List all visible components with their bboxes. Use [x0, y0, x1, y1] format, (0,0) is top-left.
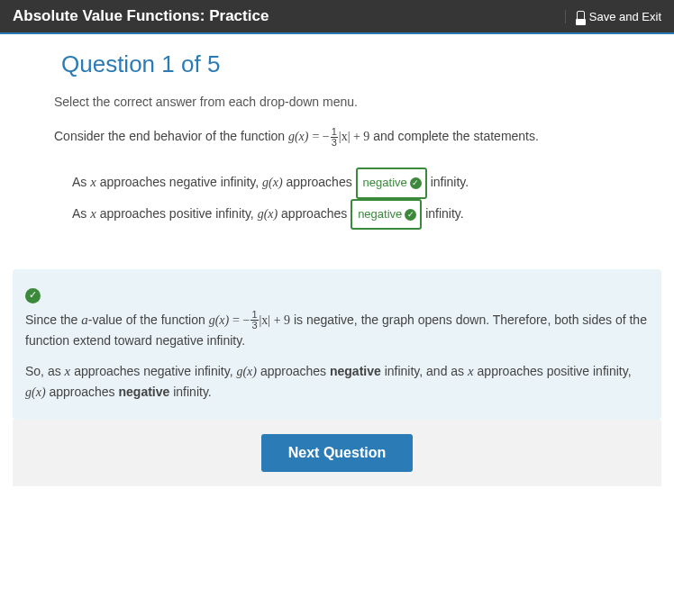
function-gx: g(x)	[258, 207, 278, 221]
prompt-post: and complete the statements.	[373, 129, 539, 143]
button-bar: Next Question	[13, 420, 661, 486]
var-x: x	[90, 206, 96, 221]
feedback-conclusion: So, as x approaches negative infinity, g…	[25, 360, 649, 403]
check-icon: ✓	[405, 209, 416, 221]
dropdown-1-value: negative	[363, 170, 407, 196]
instruction-text: Select the correct answer from each drop…	[54, 95, 620, 109]
answer-line-2: As x approaches positive infinity, g(x) …	[72, 199, 620, 231]
question-number: Question 1 of 5	[61, 50, 620, 78]
negative-bold: negative	[330, 364, 381, 378]
fraction-one-third: 13	[250, 310, 258, 331]
var-x: x	[90, 175, 96, 189]
dropdown-1[interactable]: negative ✓	[356, 168, 427, 199]
save-exit-label: Save and Exit	[589, 10, 661, 23]
function-gx: g(x)	[209, 313, 230, 327]
abs-x: |x|	[339, 130, 351, 143]
negative-sign: −	[323, 130, 330, 143]
question-content: Question 1 of 5 Select the correct answe…	[0, 34, 674, 248]
correct-check-icon: ✓	[25, 288, 41, 303]
answers-block: As x approaches negative infinity, g(x) …	[72, 168, 620, 230]
equals-sign: =	[312, 130, 322, 143]
next-question-button[interactable]: Next Question	[261, 434, 413, 472]
lock-icon	[577, 10, 585, 23]
feedback-text: Since the a-value of the function g(x) =…	[25, 309, 649, 351]
feedback-panel: ✓ Since the a-value of the function g(x)…	[13, 269, 661, 419]
answer-line-1: As x approaches negative infinity, g(x) …	[72, 168, 620, 199]
problem-statement: Consider the end behavior of the functio…	[54, 125, 620, 148]
save-and-exit-button[interactable]: Save and Exit	[565, 10, 661, 23]
page-title: Absolute Value Functions: Practice	[13, 7, 269, 25]
check-icon: ✓	[410, 177, 422, 189]
dropdown-2[interactable]: negative ✓	[351, 199, 422, 231]
function-gx: g(x)	[262, 176, 283, 189]
var-a: a	[81, 313, 88, 327]
plus-nine: + 9	[350, 130, 369, 143]
function-gx: g(x)	[288, 130, 309, 143]
app-header: Absolute Value Functions: Practice Save …	[0, 0, 674, 34]
dropdown-2-value: negative	[358, 202, 402, 228]
fraction-one-third: 13	[331, 127, 338, 148]
prompt-pre: Consider the end behavior of the functio…	[54, 129, 288, 143]
